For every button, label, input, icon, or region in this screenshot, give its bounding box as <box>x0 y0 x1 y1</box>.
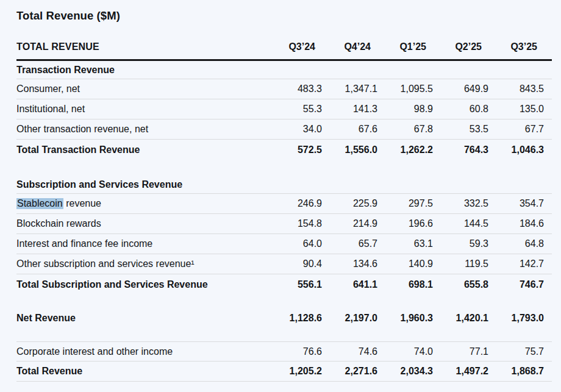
row-label: Institutional, net <box>16 104 266 115</box>
cell-value: 64.0 <box>266 238 322 249</box>
section-spacer <box>16 328 552 341</box>
report-page: Total Revenue ($M) TOTAL REVENUE Q3’24 Q… <box>0 0 561 382</box>
cell-value: 142.7 <box>488 258 544 269</box>
section-title: Transaction Revenue <box>16 65 544 76</box>
cell-value: 76.6 <box>266 346 322 357</box>
cell-value: 184.6 <box>488 218 544 229</box>
cell-value: 1,868.7 <box>488 366 544 377</box>
column-header-q4-24: Q4’24 <box>322 41 377 52</box>
cell-value: 140.9 <box>377 258 433 269</box>
cell-value: 74.0 <box>377 346 433 357</box>
cell-value: 67.6 <box>322 124 377 135</box>
cell-value: 1,262.2 <box>377 144 433 155</box>
table-row-total-revenue: Total Revenue 1,205.2 2,271.6 2,034.3 1,… <box>16 362 552 382</box>
cell-value: 354.7 <box>488 198 544 209</box>
revenue-table: TOTAL REVENUE Q3’24 Q4’24 Q1’25 Q2’25 Q3… <box>16 40 552 382</box>
section-header-row-subscription: Subscription and Services Revenue <box>16 176 552 194</box>
cell-value: 74.6 <box>322 346 377 357</box>
cell-value: 1,497.2 <box>433 366 488 377</box>
cell-value: 141.3 <box>322 104 377 115</box>
table-row-total-transaction: Total Transaction Revenue 572.5 1,556.0 … <box>16 140 552 160</box>
cell-value: 1,960.3 <box>377 313 433 324</box>
table-header-row: TOTAL REVENUE Q3’24 Q4’24 Q1’25 Q2’25 Q3… <box>16 40 552 61</box>
row-label-rest: revenue <box>63 198 101 208</box>
section-title: Subscription and Services Revenue <box>16 179 544 190</box>
row-label: Interest and finance fee income <box>16 238 266 249</box>
column-header-q3-25: Q3’25 <box>488 41 544 52</box>
cell-value: 483.3 <box>266 84 322 94</box>
cell-value: 60.8 <box>433 104 488 115</box>
table-row-other-subscription: Other subscription and services revenue¹… <box>16 254 552 274</box>
cell-value: 144.5 <box>433 218 488 229</box>
cell-value: 64.8 <box>488 238 544 249</box>
cell-value: 1,046.3 <box>488 144 544 155</box>
cell-value: 1,420.1 <box>433 313 488 324</box>
cell-value: 67.8 <box>377 124 433 135</box>
cell-value: 65.7 <box>322 238 377 249</box>
cell-value: 1,128.6 <box>266 313 322 324</box>
row-label: Blockchain rewards <box>16 218 266 229</box>
cell-value: 90.4 <box>266 258 322 269</box>
cell-value: 134.6 <box>322 258 377 269</box>
cell-value: 332.5 <box>433 198 488 209</box>
page-title: Total Revenue ($M) <box>16 9 552 23</box>
cell-value: 1,556.0 <box>322 144 377 155</box>
cell-value: 154.8 <box>266 218 322 229</box>
cell-value: 225.9 <box>322 198 377 209</box>
column-header-q3-24: Q3’24 <box>266 41 322 52</box>
table-row-net-revenue: Net Revenue 1,128.6 2,197.0 1,960.3 1,42… <box>16 308 552 328</box>
cell-value: 2,197.0 <box>322 313 377 324</box>
cell-value: 77.1 <box>433 346 488 357</box>
cell-value: 764.3 <box>433 144 488 155</box>
column-header-q1-25: Q1’25 <box>377 41 433 52</box>
section-spacer <box>16 294 552 308</box>
section-header-row-transaction: Transaction Revenue <box>16 61 552 79</box>
row-label: Other subscription and services revenue¹ <box>16 258 266 269</box>
cell-value: 2,034.3 <box>377 366 433 377</box>
cell-value: 655.8 <box>433 279 488 290</box>
cell-value: 698.1 <box>377 279 433 290</box>
table-row-blockchain-rewards: Blockchain rewards 154.8 214.9 196.6 144… <box>16 214 552 234</box>
cell-value: 55.3 <box>266 104 322 115</box>
cell-value: 2,271.6 <box>322 366 377 377</box>
cell-value: 1,793.0 <box>488 313 544 324</box>
cell-value: 1,095.5 <box>377 84 433 94</box>
row-label: Total Transaction Revenue <box>16 144 266 155</box>
search-highlight: Stablecoin <box>16 198 63 209</box>
cell-value: 53.5 <box>433 124 488 135</box>
cell-value: 34.0 <box>266 124 322 135</box>
cell-value: 98.9 <box>377 104 433 115</box>
cell-value: 119.5 <box>433 258 488 269</box>
cell-value: 214.9 <box>322 218 377 229</box>
cell-value: 1,347.1 <box>322 84 377 94</box>
cell-value: 641.1 <box>322 279 377 290</box>
cell-value: 59.3 <box>433 238 488 249</box>
row-label: Other transaction revenue, net <box>16 124 266 135</box>
cell-value: 572.5 <box>266 144 322 155</box>
row-label: Corporate interest and other income <box>16 346 266 357</box>
table-row-stablecoin: Stablecoin revenue 246.9 225.9 297.5 332… <box>16 194 552 214</box>
header-label: TOTAL REVENUE <box>16 41 266 52</box>
table-row-consumer-net: Consumer, net 483.3 1,347.1 1,095.5 649.… <box>16 79 552 99</box>
row-label: Consumer, net <box>16 84 266 94</box>
cell-value: 746.7 <box>488 279 544 290</box>
row-label: Total Subscription and Services Revenue <box>16 279 266 290</box>
cell-value: 75.7 <box>488 346 544 357</box>
cell-value: 246.9 <box>266 198 322 209</box>
cell-value: 297.5 <box>377 198 433 209</box>
table-row-interest-income: Interest and finance fee income 64.0 65.… <box>16 234 552 254</box>
cell-value: 196.6 <box>377 218 433 229</box>
cell-value: 135.0 <box>488 104 544 115</box>
cell-value: 63.1 <box>377 238 433 249</box>
row-label: Net Revenue <box>16 313 266 324</box>
cell-value: 67.7 <box>488 124 544 135</box>
cell-value: 556.1 <box>266 279 322 290</box>
cell-value: 843.5 <box>488 84 544 94</box>
row-label: Total Revenue <box>16 366 266 377</box>
table-row-corporate-interest: Corporate interest and other income 76.6… <box>16 341 552 362</box>
row-label: Stablecoin revenue <box>16 198 266 209</box>
column-header-q2-25: Q2’25 <box>433 41 488 52</box>
section-spacer <box>16 160 552 176</box>
cell-value: 649.9 <box>433 84 488 94</box>
table-row-other-transaction: Other transaction revenue, net 34.0 67.6… <box>16 119 552 140</box>
